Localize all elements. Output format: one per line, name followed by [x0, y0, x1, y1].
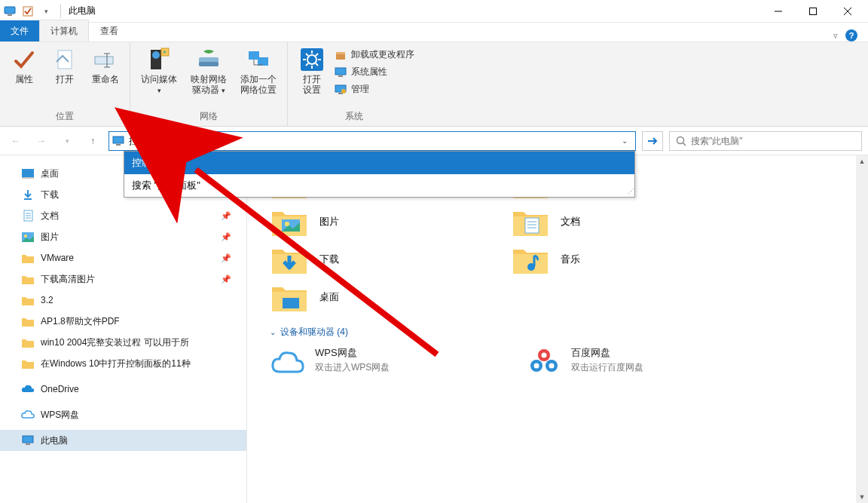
svg-rect-17: [249, 51, 259, 60]
tab-view[interactable]: 查看: [89, 20, 130, 41]
close-button[interactable]: [830, 0, 865, 23]
tree-item-documents[interactable]: 文档📌: [0, 205, 246, 226]
uninstall-programs-button[interactable]: 卸载或更改程序: [335, 48, 414, 61]
tree-label: 文档: [41, 210, 59, 222]
svg-rect-50: [23, 436, 33, 443]
folder-documents[interactable]: 文档: [511, 205, 699, 238]
tree-item-pictures[interactable]: 图片📌: [0, 226, 246, 247]
ribbon-group-system: 打开 设置 卸载或更改程序 系统属性 管理 系统: [288, 42, 420, 126]
nav-tree: 桌面 下载 文档📌 图片📌 VMware📌 下载高清图片📌 3.2 AP1.8帮…: [0, 155, 247, 503]
open-icon: [52, 47, 78, 72]
tree-item-folder[interactable]: 3.2: [0, 290, 246, 311]
tree-item-folder[interactable]: AP1.8帮助文件PDF: [0, 311, 246, 332]
folder-download[interactable]: 下载: [270, 243, 458, 276]
go-button[interactable]: [642, 131, 663, 151]
baidu-cloud-icon: [526, 346, 562, 379]
tree-item-folder[interactable]: 在Windows 10中打开控制面板的11种: [0, 353, 246, 374]
pin-icon: 📌: [221, 253, 231, 263]
map-drive-button[interactable]: 映射网络 驱动器 ▾: [186, 45, 231, 96]
pin-icon: 📌: [221, 232, 231, 242]
collapse-ribbon-icon[interactable]: ▿: [833, 31, 838, 41]
svg-point-13: [152, 51, 160, 59]
properties-button[interactable]: 属性: [6, 45, 42, 84]
resize-grip-icon[interactable]: ⋰: [628, 188, 633, 195]
tree-item-this-pc[interactable]: 此电脑: [0, 430, 246, 451]
suggestion-item[interactable]: 搜索 "控制面板": [124, 174, 634, 197]
chevron-down-icon: ⌄: [270, 328, 276, 336]
back-button[interactable]: ←: [6, 131, 26, 151]
svg-rect-42: [22, 169, 34, 177]
rename-button[interactable]: 重命名: [87, 45, 124, 84]
tree-label: WPS网盘: [41, 409, 79, 422]
media-server-icon: [146, 47, 172, 72]
address-input[interactable]: [129, 135, 613, 146]
tab-file[interactable]: 文件: [0, 20, 39, 41]
tree-label: 3.2: [41, 295, 53, 305]
tree-label: AP1.8帮助文件PDF: [41, 315, 120, 328]
address-dropdown-icon[interactable]: ⌄: [617, 136, 632, 145]
open-button[interactable]: 打开: [47, 45, 83, 84]
up-button[interactable]: ↑: [83, 131, 102, 151]
tree-label: 下载高清图片: [41, 273, 95, 286]
svg-line-41: [683, 143, 686, 146]
search-box[interactable]: [669, 131, 862, 151]
access-media-label: 访问媒体▾: [141, 74, 177, 96]
tree-label: win10 2004完整安装过程 可以用于所: [41, 336, 189, 349]
scroll-down-icon[interactable]: ▼: [856, 491, 868, 503]
folder-label: 文档: [561, 215, 580, 228]
minimize-button[interactable]: [761, 0, 796, 23]
tree-item-folder[interactable]: VMware📌: [0, 247, 246, 268]
tab-computer[interactable]: 计算机: [39, 20, 89, 41]
pictures-icon: [21, 230, 35, 244]
download-icon: [21, 188, 35, 201]
folder-icon: [21, 336, 35, 349]
vertical-scrollbar[interactable]: ▲ ▼: [856, 155, 868, 503]
svg-rect-38: [113, 136, 124, 143]
system-properties-button[interactable]: 系统属性: [335, 66, 414, 78]
tree-item-folder[interactable]: 下载高清图片📌: [0, 268, 246, 290]
desktop-icon: [21, 167, 35, 180]
folder-desktop[interactable]: 桌面: [270, 281, 458, 314]
open-settings-label: 打开 设置: [303, 74, 321, 95]
maximize-button[interactable]: [796, 0, 830, 23]
folder-music[interactable]: 音乐: [511, 243, 699, 276]
folder-pictures[interactable]: 图片: [270, 205, 458, 238]
pc-icon: [112, 136, 124, 146]
suggestion-item[interactable]: 控制面板: [124, 152, 634, 174]
scroll-up-icon[interactable]: ▲: [856, 155, 868, 167]
help-icon[interactable]: ?: [845, 29, 857, 41]
drive-wps[interactable]: WPS网盘双击进入WPS网盘: [270, 346, 473, 379]
gear-icon: [299, 47, 325, 72]
onedrive-icon: [21, 382, 35, 396]
uninstall-label: 卸载或更改程序: [351, 48, 414, 61]
checkbox-icon[interactable]: [21, 5, 35, 18]
open-settings-button[interactable]: 打开 设置: [294, 45, 330, 95]
folder-music-icon: [511, 243, 550, 276]
manage-icon: [335, 84, 347, 96]
folder-icon: [21, 314, 35, 328]
manage-button[interactable]: 管理: [335, 83, 414, 96]
ribbon-group-location: 属性 打开 重命名 位置: [0, 42, 130, 126]
tree-item-folder[interactable]: win10 2004完整安装过程 可以用于所: [0, 332, 246, 353]
tree-item-onedrive[interactable]: OneDrive: [0, 379, 246, 400]
forward-button[interactable]: →: [32, 131, 51, 151]
drive-baidu[interactable]: 百度网盘双击运行百度网盘: [526, 346, 729, 379]
folder-label: 音乐: [561, 253, 580, 266]
tree-item-wps[interactable]: WPS网盘: [0, 404, 246, 425]
search-input[interactable]: [691, 136, 855, 146]
add-network-button[interactable]: 添加一个 网络位置: [236, 45, 281, 95]
pin-icon: 📌: [221, 275, 231, 284]
box-icon: [335, 49, 347, 61]
access-media-button[interactable]: 访问媒体▾: [136, 45, 182, 96]
qat-dropdown-icon[interactable]: ▾: [39, 5, 53, 18]
wps-cloud-icon: [270, 346, 306, 379]
rename-label: 重命名: [92, 74, 119, 84]
address-bar[interactable]: ⌄: [108, 131, 636, 151]
titlebar: ▾ 此电脑: [0, 0, 868, 23]
section-drives[interactable]: ⌄ 设备和驱动器 (4): [270, 326, 868, 339]
svg-rect-34: [338, 75, 343, 77]
svg-point-49: [24, 235, 27, 238]
folder-desktop-icon: [270, 281, 309, 314]
group-label-location: 位置: [6, 109, 124, 124]
recent-dropdown[interactable]: ▾: [57, 131, 77, 151]
